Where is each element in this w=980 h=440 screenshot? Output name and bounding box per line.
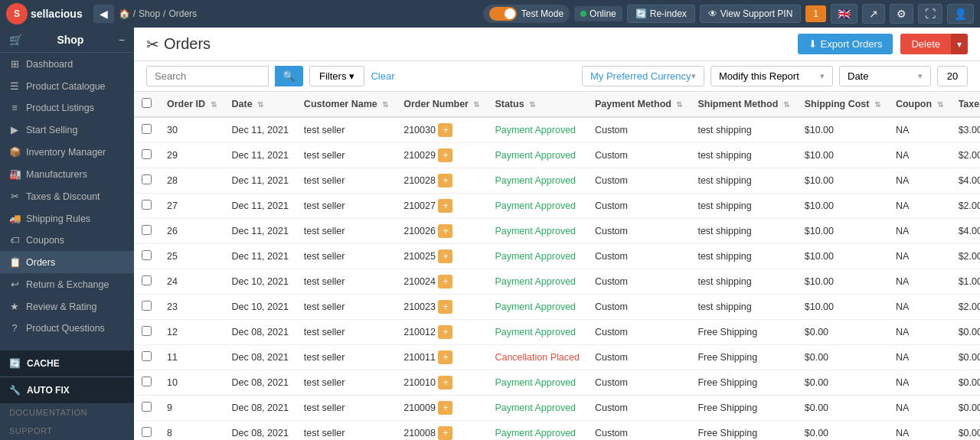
test-mode-toggle[interactable] (489, 7, 517, 21)
row-checkbox[interactable] (142, 427, 152, 437)
sidebar-item-product-catalogue[interactable]: ☰ Product Catalogue (0, 75, 134, 97)
delete-button[interactable]: Delete (900, 34, 951, 54)
order-expand-button[interactable]: + (438, 275, 452, 288)
row-checkbox-cell[interactable] (134, 219, 159, 244)
row-checkbox[interactable] (142, 351, 152, 361)
order-expand-button[interactable]: + (438, 350, 452, 364)
row-checkbox-cell[interactable] (134, 269, 159, 295)
sidebar-item-return-exchange[interactable]: ↩ Return & Exchange (0, 273, 134, 295)
cell-order-id: 23 (159, 295, 224, 320)
sidebar-collapse-button[interactable]: − (119, 34, 125, 46)
back-button[interactable]: ◀ (93, 5, 114, 23)
sidebar-item-manufacturers[interactable]: 🏭 Manufacturers (0, 163, 134, 185)
report-dropdown[interactable]: Modify this Report ▾ (710, 66, 833, 86)
row-checkbox[interactable] (142, 376, 152, 386)
row-checkbox[interactable] (142, 200, 152, 210)
joomla-button[interactable]: ⚙ (890, 4, 913, 24)
col-order-number[interactable]: Order Number ⇅ (396, 92, 487, 117)
page-size-input[interactable] (937, 66, 968, 86)
row-checkbox-cell[interactable] (134, 143, 159, 168)
delete-dropdown-button[interactable]: ▾ (951, 34, 968, 54)
col-payment-method[interactable]: Payment Method ⇅ (587, 92, 691, 117)
order-expand-button[interactable]: + (438, 376, 452, 389)
row-checkbox-cell[interactable] (134, 320, 159, 345)
col-date[interactable]: Date ⇅ (224, 92, 296, 117)
row-checkbox-cell[interactable] (134, 168, 159, 194)
row-checkbox-cell[interactable] (134, 345, 159, 370)
row-checkbox[interactable] (142, 326, 152, 336)
row-checkbox-cell[interactable] (134, 396, 159, 421)
row-checkbox[interactable] (142, 275, 152, 285)
external-link-button[interactable]: ↗ (862, 4, 885, 24)
breadcrumb-shop[interactable]: Shop (139, 8, 160, 19)
joomla-icon: ⚙ (897, 8, 906, 20)
col-status[interactable]: Status ⇅ (487, 92, 587, 117)
row-checkbox[interactable] (142, 124, 152, 134)
date-dropdown[interactable]: Date ▾ (839, 66, 931, 86)
order-expand-button[interactable]: + (438, 426, 452, 440)
view-support-pin-button[interactable]: 👁 View Support PIN (700, 5, 802, 23)
sidebar-item-orders[interactable]: 📋 Orders (0, 251, 134, 273)
sidebar-item-start-selling[interactable]: ▶ Start Selling (0, 119, 134, 141)
header-select-all[interactable] (134, 92, 159, 117)
row-checkbox[interactable] (142, 174, 152, 184)
row-checkbox-cell[interactable] (134, 370, 159, 396)
sidebar-item-dashboard[interactable]: ⊞ Dashboard (0, 53, 134, 75)
notification-button[interactable]: 1 (805, 5, 826, 22)
search-button[interactable]: 🔍 (275, 66, 303, 86)
export-icon: ⬇ (808, 38, 817, 50)
row-checkbox-cell[interactable] (134, 194, 159, 219)
col-customer-name[interactable]: Customer Name ⇅ (296, 92, 396, 117)
row-checkbox[interactable] (142, 149, 152, 159)
reindex-button[interactable]: 🔄 Re-index (627, 5, 695, 23)
sidebar-item-product-questions[interactable]: ? Product Questions (0, 318, 134, 339)
cell-customer-name: test seller (296, 421, 396, 441)
order-expand-button[interactable]: + (438, 325, 452, 339)
sidebar-item-coupons[interactable]: 🏷 Coupons (0, 230, 134, 251)
cell-date: Dec 08, 2021 (224, 320, 296, 345)
row-checkbox-cell[interactable] (134, 117, 159, 143)
search-input[interactable] (146, 66, 269, 86)
row-checkbox[interactable] (142, 225, 152, 235)
autofix-button[interactable]: 🔧 AUTO FIX (0, 376, 134, 403)
order-expand-button[interactable]: + (438, 148, 452, 162)
fullscreen-button[interactable]: ⛶ (918, 4, 942, 24)
cell-customer-name: test seller (296, 396, 396, 421)
row-checkbox-cell[interactable] (134, 295, 159, 320)
order-expand-button[interactable]: + (438, 199, 452, 213)
row-checkbox[interactable] (142, 402, 152, 412)
order-expand-button[interactable]: + (438, 401, 452, 415)
row-checkbox[interactable] (142, 301, 152, 311)
select-all-checkbox[interactable] (142, 98, 152, 108)
sidebar-item-product-listings[interactable]: ≡ Product Listings (0, 97, 134, 119)
clear-button[interactable]: Clear (371, 70, 394, 82)
filters-button[interactable]: Filters ▾ (309, 66, 364, 86)
flag-button[interactable]: 🇬🇧 (831, 4, 858, 24)
col-order-id[interactable]: Order ID ⇅ (159, 92, 224, 117)
cell-order-id: 12 (159, 320, 224, 345)
breadcrumb-home[interactable]: 🏠 (119, 8, 130, 19)
sidebar-item-review-rating[interactable]: ★ Review & Rating (0, 295, 134, 318)
sidebar-item-shipping-rules[interactable]: 🚚 Shipping Rules (0, 207, 134, 230)
col-shipping-cost[interactable]: Shipping Cost ⇅ (797, 92, 888, 117)
cell-status: Payment Approved (487, 168, 587, 194)
order-expand-button[interactable]: + (438, 224, 452, 238)
order-expand-button[interactable]: + (438, 300, 452, 314)
user-button[interactable]: 👤 (947, 4, 974, 24)
order-expand-button[interactable]: + (438, 123, 452, 137)
row-checkbox-cell[interactable] (134, 244, 159, 269)
cache-button[interactable]: 🔄 CACHE (0, 350, 134, 376)
col-shipment-method[interactable]: Shipment Method ⇅ (690, 92, 796, 117)
col-coupon[interactable]: Coupon ⇅ (888, 92, 951, 117)
row-checkbox-cell[interactable] (134, 421, 159, 441)
order-expand-button[interactable]: + (438, 249, 452, 263)
order-expand-button[interactable]: + (438, 174, 452, 187)
cell-shipment-method: test shipping (690, 269, 796, 295)
breadcrumb-orders[interactable]: Orders (168, 8, 197, 19)
currency-dropdown[interactable]: My Preferred Currency ▾ (582, 66, 704, 86)
export-orders-button[interactable]: ⬇ Export Orders (798, 34, 893, 54)
col-taxes[interactable]: Taxes ⇅ (951, 92, 980, 117)
row-checkbox[interactable] (142, 250, 152, 260)
sidebar-item-inventory-manager[interactable]: 📦 Inventory Manager (0, 141, 134, 163)
sidebar-item-taxes-discount[interactable]: ✂ Taxes & Discount (0, 185, 134, 207)
